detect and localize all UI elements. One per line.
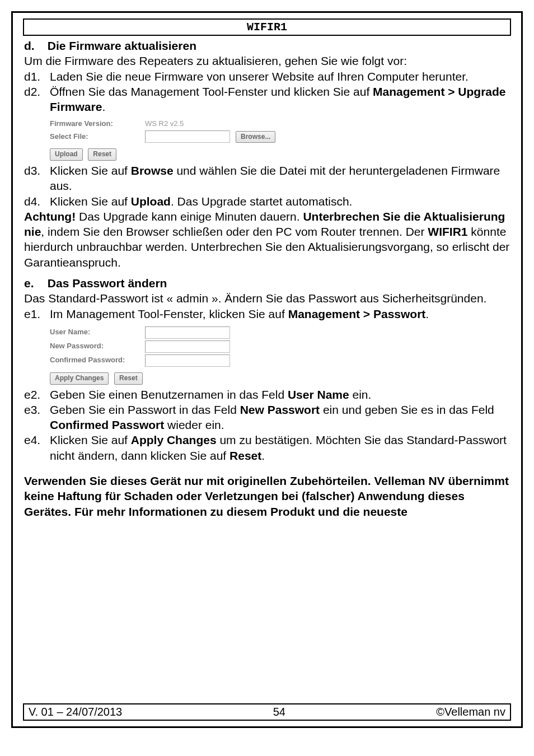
step-e1-text: Im Management Tool-Fenster, klicken Sie … <box>50 306 510 321</box>
section-e-heading: Das Passwort ändern <box>48 277 167 290</box>
section-d-letter: d. <box>24 38 44 53</box>
step-d4-post: . Das Upgrade startet automatisch. <box>171 195 353 208</box>
document-header: WIFIR1 <box>23 18 511 36</box>
step-d2-text: Öffnen Sie das Management Tool-Fenster u… <box>50 84 510 115</box>
document-footer: V. 01 – 24/07/2013 54 ©Velleman nv <box>23 703 511 721</box>
warning-t1: Das Upgrade kann einige Minuten dauern. <box>76 210 303 223</box>
select-file-input[interactable] <box>145 130 230 143</box>
confirmed-password-label: Confirmed Password: <box>50 356 145 365</box>
step-e3-pre: Geben Sie ein Passwort in das Feld <box>50 403 240 416</box>
step-e4-bold1: Apply Changes <box>131 433 217 446</box>
firmware-upgrade-panel: Firmware Version: WS R2 v2.5 Select File… <box>50 114 510 162</box>
step-e3-text: Geben Sie ein Passwort in das Feld New P… <box>50 402 510 433</box>
step-d3-num: d3. <box>24 163 50 178</box>
warning-achtung: Achtung! <box>24 210 76 223</box>
document-body: d. Die Firmware aktualisieren Um die Fir… <box>13 38 521 519</box>
step-d3: d3. Klicken Sie auf Browse und wählen Si… <box>24 163 510 194</box>
step-d2-post: . <box>102 100 105 113</box>
confirmed-password-input[interactable] <box>145 354 230 367</box>
step-e3-bold2: Confirmed Passwort <box>50 418 164 431</box>
step-e3: e3. Geben Sie ein Passwort in das Feld N… <box>24 402 510 433</box>
section-d-title: d. Die Firmware aktualisieren <box>24 38 510 53</box>
step-e2-bold: User Name <box>288 388 349 401</box>
step-d3-text: Klicken Sie auf Browse und wählen Sie di… <box>50 163 510 194</box>
footer-version: V. 01 – 24/07/2013 <box>29 706 122 718</box>
step-d2-num: d2. <box>24 84 50 99</box>
section-e-intro: Das Standard-Passwort ist « admin ». Änd… <box>24 291 510 306</box>
step-e3-post: wieder ein. <box>164 418 224 431</box>
new-password-label: New Password: <box>50 342 145 351</box>
select-file-label: Select File: <box>50 132 145 142</box>
step-e2-num: e2. <box>24 387 50 402</box>
section-e-title: e. Das Passwort ändern <box>24 276 510 291</box>
password-panel: User Name: New Password: Confirmed Passw… <box>50 321 510 387</box>
step-e1-num: e1. <box>24 306 50 321</box>
step-d2: d2. Öffnen Sie das Management Tool-Fenst… <box>24 84 510 115</box>
section-d-heading: Die Firmware aktualisieren <box>48 39 196 52</box>
user-name-label: User Name: <box>50 328 145 337</box>
section-d-intro: Um die Firmware des Repeaters zu aktuali… <box>24 53 510 68</box>
step-e4: e4. Klicken Sie auf Apply Changes um zu … <box>24 432 510 463</box>
user-name-input[interactable] <box>145 326 230 339</box>
browse-button[interactable]: Browse... <box>236 131 275 143</box>
firmware-version-value: WS R2 v2.5 <box>145 119 235 129</box>
step-e4-num: e4. <box>24 432 50 447</box>
apply-changes-button[interactable]: Apply Changes <box>50 372 109 385</box>
step-d3-bold: Browse <box>131 164 174 177</box>
footer-copyright: ©Velleman nv <box>436 706 505 718</box>
step-e3-num: e3. <box>24 402 50 417</box>
step-e2-text: Geben Sie einen Benutzernamen in das Fel… <box>50 387 510 402</box>
step-e4-bold2: Reset <box>229 449 261 462</box>
header-title: WIFIR1 <box>247 21 287 34</box>
step-e1-pre: Im Management Tool-Fenster, klicken Sie … <box>50 307 288 320</box>
reset-button-password[interactable]: Reset <box>114 372 143 385</box>
step-d4-text: Klicken Sie auf Upload. Das Upgrade star… <box>50 194 510 209</box>
step-d4-pre: Klicken Sie auf <box>50 195 131 208</box>
new-password-input[interactable] <box>145 340 230 353</box>
disclaimer: Verwenden Sie dieses Gerät nur mit origi… <box>24 473 510 519</box>
step-e2: e2. Geben Sie einen Benutzernamen in das… <box>24 387 510 402</box>
step-d4: d4. Klicken Sie auf Upload. Das Upgrade … <box>24 194 510 209</box>
step-d2-pre: Öffnen Sie das Management Tool-Fenster u… <box>50 85 373 98</box>
step-e4-text: Klicken Sie auf Apply Changes um zu best… <box>50 432 510 463</box>
section-e-letter: e. <box>24 276 44 291</box>
step-e2-pre: Geben Sie einen Benutzernamen in das Fel… <box>50 388 288 401</box>
step-e1-post: . <box>425 307 429 320</box>
step-e3-bold1: New Passwort <box>240 403 320 416</box>
step-e4-post: . <box>261 449 265 462</box>
step-d1: d1. Laden Sie die neue Firmware von unse… <box>24 69 510 84</box>
firmware-version-label: Firmware Version: <box>50 119 145 129</box>
upload-button[interactable]: Upload <box>50 148 83 161</box>
step-e1: e1. Im Management Tool-Fenster, klicken … <box>24 306 510 321</box>
step-e1-bold: Management > Passwort <box>288 307 426 320</box>
step-d3-pre: Klicken Sie auf <box>50 164 131 177</box>
reset-button-firmware[interactable]: Reset <box>88 148 116 161</box>
step-d4-bold: Upload <box>131 195 171 208</box>
warning-b2: WIFIR1 <box>428 225 467 238</box>
step-d1-text: Laden Sie die neue Firmware von unserer … <box>50 69 510 84</box>
step-e3-mid: ein und geben Sie es in das Feld <box>320 403 494 416</box>
footer-page-number: 54 <box>273 706 285 718</box>
step-e2-post: ein. <box>349 388 372 401</box>
step-d4-num: d4. <box>24 194 50 209</box>
step-e4-pre: Klicken Sie auf <box>50 433 131 446</box>
section-d-warning: Achtung! Das Upgrade kann einige Minuten… <box>24 209 510 270</box>
warning-t2: , indem Sie den Browser schließen oder d… <box>41 225 428 238</box>
step-d1-num: d1. <box>24 69 50 84</box>
